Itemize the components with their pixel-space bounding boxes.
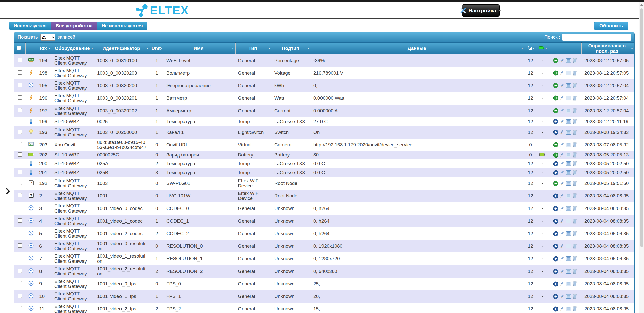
row-checkbox[interactable] <box>18 256 22 260</box>
edit-icon[interactable] <box>560 95 564 101</box>
edit-icon[interactable] <box>560 70 564 76</box>
delete-icon[interactable] <box>573 130 577 135</box>
row-checkbox[interactable] <box>18 281 22 285</box>
edit-icon[interactable] <box>560 119 564 124</box>
arrow-left-icon[interactable] <box>553 161 558 166</box>
delete-icon[interactable] <box>573 181 577 186</box>
edit-icon[interactable] <box>560 83 564 88</box>
edit-icon[interactable] <box>560 269 564 274</box>
edit-icon[interactable] <box>560 231 564 236</box>
edit-icon[interactable] <box>560 58 564 63</box>
details-icon[interactable] <box>566 71 571 75</box>
scrollbar-up-arrow-icon[interactable] <box>640 4 643 6</box>
row-checkbox[interactable] <box>18 181 22 185</box>
arrow-left-icon[interactable] <box>553 281 558 287</box>
edit-icon[interactable] <box>560 181 564 186</box>
arrow-left-icon[interactable] <box>553 130 558 135</box>
details-icon[interactable] <box>566 219 571 223</box>
row-checkbox[interactable] <box>18 119 22 123</box>
arrow-left-icon[interactable] <box>553 269 558 274</box>
arrow-left-icon[interactable] <box>553 244 558 249</box>
row-checkbox[interactable] <box>18 95 22 100</box>
filter-used-button[interactable]: Используется <box>9 22 51 30</box>
delete-icon[interactable] <box>573 96 577 101</box>
side-panel-expander[interactable] <box>5 188 11 194</box>
details-icon[interactable] <box>566 256 571 261</box>
details-icon[interactable] <box>566 130 571 135</box>
row-checkbox[interactable] <box>18 193 22 197</box>
details-icon[interactable] <box>566 161 571 166</box>
delete-icon[interactable] <box>573 193 577 198</box>
delete-icon[interactable] <box>573 108 577 113</box>
col-signal[interactable]: ▲ <box>525 43 536 54</box>
row-checkbox[interactable] <box>18 70 22 75</box>
row-checkbox[interactable] <box>18 231 22 235</box>
refresh-button[interactable]: Обновить <box>594 22 628 30</box>
col-identifier[interactable]: Идентификатор▲ <box>95 43 150 54</box>
details-icon[interactable] <box>566 83 571 88</box>
row-checkbox[interactable] <box>18 142 22 146</box>
row-checkbox[interactable] <box>18 306 22 310</box>
arrow-left-icon[interactable] <box>553 170 558 175</box>
edit-icon[interactable] <box>560 244 564 249</box>
delete-icon[interactable] <box>573 58 577 63</box>
details-icon[interactable] <box>566 119 571 124</box>
details-icon[interactable] <box>566 231 571 236</box>
edit-icon[interactable] <box>560 256 564 262</box>
row-checkbox[interactable] <box>18 206 22 210</box>
col-name[interactable]: Имя▲ <box>164 43 235 54</box>
row-checkbox[interactable] <box>18 218 22 223</box>
arrow-right-icon[interactable] <box>553 152 558 158</box>
arrow-right-icon[interactable] <box>553 58 558 63</box>
delete-icon[interactable] <box>573 142 577 147</box>
arrow-left-icon[interactable] <box>553 256 558 262</box>
arrow-left-icon[interactable] <box>553 119 558 124</box>
row-checkbox[interactable] <box>18 161 22 165</box>
details-icon[interactable] <box>566 109 571 113</box>
details-icon[interactable] <box>566 153 571 157</box>
edit-icon[interactable] <box>560 161 564 166</box>
row-checkbox[interactable] <box>18 130 22 134</box>
filter-all-devices-button[interactable]: Все устройства <box>51 22 97 30</box>
settings-button[interactable]: Настройка <box>462 4 500 17</box>
delete-icon[interactable] <box>573 256 577 261</box>
arrow-left-icon[interactable] <box>553 206 558 211</box>
details-icon[interactable] <box>566 181 571 186</box>
details-icon[interactable] <box>566 58 571 63</box>
arrow-left-icon[interactable] <box>553 294 558 299</box>
details-icon[interactable] <box>566 194 571 198</box>
col-data[interactable]: Данные▲ <box>311 43 525 54</box>
details-icon[interactable] <box>566 307 571 311</box>
select-all-header[interactable] <box>14 43 25 54</box>
arrow-left-icon[interactable] <box>553 306 558 312</box>
delete-icon[interactable] <box>573 152 577 158</box>
arrow-right-icon[interactable] <box>553 108 558 113</box>
delete-icon[interactable] <box>573 161 577 166</box>
vertical-scrollbar[interactable] <box>639 2 644 313</box>
col-battery[interactable]: ▲ <box>536 43 549 54</box>
edit-icon[interactable] <box>560 306 564 312</box>
edit-icon[interactable] <box>560 294 564 299</box>
details-icon[interactable] <box>566 269 571 274</box>
row-checkbox[interactable] <box>18 294 22 298</box>
delete-icon[interactable] <box>573 269 577 274</box>
edit-icon[interactable] <box>560 130 564 135</box>
details-icon[interactable] <box>566 294 571 299</box>
select-all-checkbox[interactable] <box>17 46 21 50</box>
col-type[interactable]: Тип▲ <box>235 43 272 54</box>
arrow-right-icon[interactable] <box>553 83 558 88</box>
details-icon[interactable] <box>566 206 571 211</box>
edit-icon[interactable] <box>560 206 564 211</box>
details-icon[interactable] <box>566 282 571 286</box>
arrow-right-icon[interactable] <box>553 70 558 76</box>
delete-icon[interactable] <box>573 231 577 236</box>
arrow-right-icon[interactable] <box>553 95 558 101</box>
delete-icon[interactable] <box>573 170 577 175</box>
arrow-left-icon[interactable] <box>553 219 558 224</box>
row-checkbox[interactable] <box>18 152 22 157</box>
search-input[interactable] <box>562 34 631 41</box>
edit-icon[interactable] <box>560 170 564 175</box>
row-checkbox[interactable] <box>18 269 22 273</box>
edit-icon[interactable] <box>560 219 564 224</box>
delete-icon[interactable] <box>573 244 577 249</box>
